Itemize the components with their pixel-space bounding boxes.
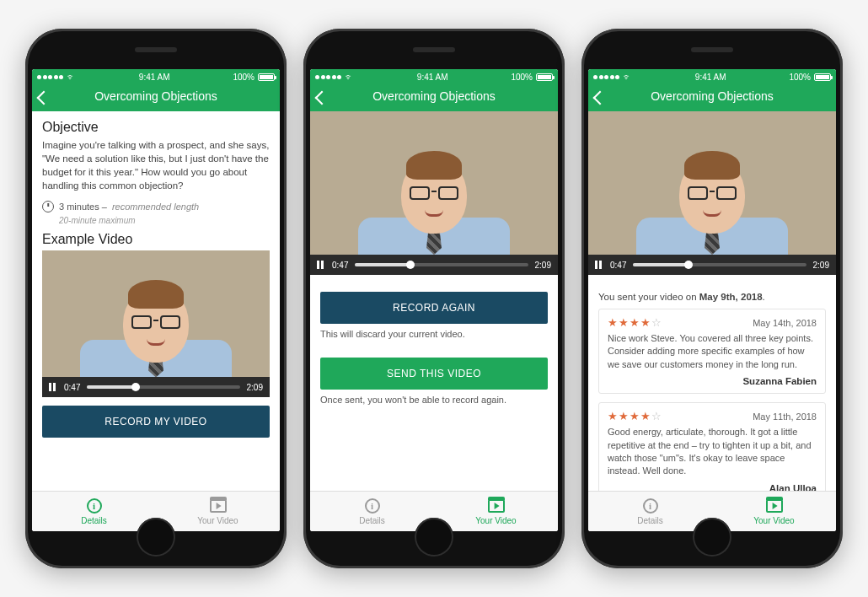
objective-body: Imagine you're talking with a prospect, … <box>42 138 270 192</box>
video-time-duration: 2:09 <box>535 261 551 270</box>
video-time-current: 0:47 <box>64 383 80 392</box>
tab-details[interactable]: Details <box>32 492 156 531</box>
wifi-icon: ᯤ <box>345 72 354 82</box>
video-progress[interactable] <box>87 385 239 389</box>
status-bar: ᯤ 9:41 AM 100% <box>310 69 558 84</box>
page-title: Overcoming Objections <box>651 89 774 103</box>
phone-3: ᯤ 9:41 AM 100% Overcoming Objections 0:4… <box>581 29 843 568</box>
signal-icon <box>37 75 63 79</box>
tab-details-label: Details <box>359 516 385 525</box>
status-time: 9:41 AM <box>695 73 726 82</box>
wifi-icon: ᯤ <box>67 72 76 82</box>
tab-bar: Details Your Video <box>310 491 558 531</box>
tab-details[interactable]: Details <box>588 492 712 531</box>
pause-icon[interactable] <box>317 261 325 269</box>
length-main: 3 minutes – <box>59 202 107 212</box>
video-controls: 0:47 2:09 <box>42 377 270 397</box>
nav-header: Overcoming Objections <box>310 84 558 111</box>
info-icon <box>365 498 380 514</box>
back-icon[interactable] <box>37 91 51 105</box>
review-author: Alan Ulloa <box>608 483 817 491</box>
sent-note: You sent your video on May 9th, 2018. <box>598 292 826 302</box>
sent-suffix: . <box>763 292 765 302</box>
battery-icon <box>258 73 275 81</box>
tab-details-label: Details <box>637 516 663 525</box>
send-video-help: Once sent, you won't be able to record a… <box>320 395 548 405</box>
battery-icon <box>814 73 831 81</box>
video-controls: 0:47 2:09 <box>310 255 558 275</box>
back-icon[interactable] <box>593 91 608 105</box>
video-time-duration: 2:09 <box>813 261 829 270</box>
tab-details[interactable]: Details <box>310 492 434 531</box>
tab-your-video-label: Your Video <box>753 516 794 525</box>
objective-heading: Objective <box>42 120 270 135</box>
record-again-button[interactable]: RECORD AGAIN <box>320 292 548 324</box>
tab-your-video[interactable]: Your Video <box>156 492 280 531</box>
video-progress[interactable] <box>633 263 806 266</box>
sent-prefix: You sent your video on <box>598 292 699 302</box>
pause-icon[interactable] <box>49 383 57 391</box>
record-again-help: This will discard your current video. <box>320 329 548 339</box>
length-row: 3 minutes – recommended length <box>42 201 270 212</box>
video-progress[interactable] <box>355 263 528 266</box>
nav-header: Overcoming Objections <box>588 84 836 111</box>
video-time-current: 0:47 <box>610 261 626 270</box>
page-title: Overcoming Objections <box>94 89 217 103</box>
screen-1: ᯤ 9:41 AM 100% Overcoming Objections Obj… <box>32 69 280 531</box>
status-bar: ᯤ 9:41 AM 100% <box>588 69 836 84</box>
signal-icon <box>593 75 619 79</box>
tab-bar: Details Your Video <box>588 491 836 531</box>
review-card: ★★★★☆ May 11th, 2018 Good energy, articu… <box>598 402 826 491</box>
review-text: Nice work Steve. You covered all three k… <box>608 332 817 371</box>
signal-icon <box>315 75 341 79</box>
video-time-current: 0:47 <box>332 261 348 270</box>
tab-bar: Details Your Video <box>32 491 280 531</box>
tab-your-video-label: Your Video <box>197 516 238 525</box>
send-video-button[interactable]: SEND THIS VIDEO <box>320 358 548 390</box>
status-bar: ᯤ 9:41 AM 100% <box>32 69 280 84</box>
tab-your-video[interactable]: Your Video <box>434 492 558 531</box>
length-maximum: 20-minute maximum <box>59 216 270 225</box>
battery-pct: 100% <box>511 73 533 82</box>
status-time: 9:41 AM <box>139 73 170 82</box>
example-video[interactable] <box>42 250 270 377</box>
phone-1: ᯤ 9:41 AM 100% Overcoming Objections Obj… <box>25 29 287 568</box>
recorded-video[interactable] <box>310 111 558 255</box>
page-title: Overcoming Objections <box>372 89 496 103</box>
submitted-video[interactable] <box>588 111 836 255</box>
review-date: May 14th, 2018 <box>753 318 817 328</box>
video-icon <box>488 499 505 513</box>
phone-2: ᯤ 9:41 AM 100% Overcoming Objections 0:4… <box>303 29 565 568</box>
battery-pct: 100% <box>233 73 255 82</box>
wifi-icon: ᯤ <box>623 72 632 82</box>
video-controls: 0:47 2:09 <box>588 255 836 275</box>
screen-3: ᯤ 9:41 AM 100% Overcoming Objections 0:4… <box>588 69 836 531</box>
record-my-video-button[interactable]: RECORD MY VIDEO <box>42 406 270 438</box>
battery-icon <box>536 73 553 81</box>
info-icon <box>87 498 102 514</box>
tab-your-video[interactable]: Your Video <box>712 492 836 531</box>
timer-icon <box>42 201 54 212</box>
length-recommended: recommended length <box>112 202 199 212</box>
info-icon <box>643 498 658 514</box>
screen-2: ᯤ 9:41 AM 100% Overcoming Objections 0:4… <box>310 69 558 531</box>
review-date: May 11th, 2018 <box>753 411 817 422</box>
rating-stars: ★★★★☆ <box>608 410 662 422</box>
video-time-duration: 2:09 <box>247 383 263 392</box>
video-icon <box>210 499 227 513</box>
pause-icon[interactable] <box>595 261 603 269</box>
review-author: Suzanna Fabien <box>608 376 817 386</box>
review-text: Good energy, articulate, thorough. It go… <box>608 426 817 478</box>
example-video-heading: Example Video <box>42 232 270 247</box>
rating-stars: ★★★★☆ <box>608 316 662 329</box>
video-icon <box>766 499 783 513</box>
tab-details-label: Details <box>81 516 107 525</box>
nav-header: Overcoming Objections <box>32 84 280 111</box>
tab-your-video-label: Your Video <box>475 516 516 525</box>
sent-date: May 9th, 2018 <box>699 292 763 302</box>
review-card: ★★★★☆ May 14th, 2018 Nice work Steve. Yo… <box>598 309 826 394</box>
status-time: 9:41 AM <box>417 73 448 82</box>
back-icon[interactable] <box>315 91 330 105</box>
battery-pct: 100% <box>789 73 811 82</box>
